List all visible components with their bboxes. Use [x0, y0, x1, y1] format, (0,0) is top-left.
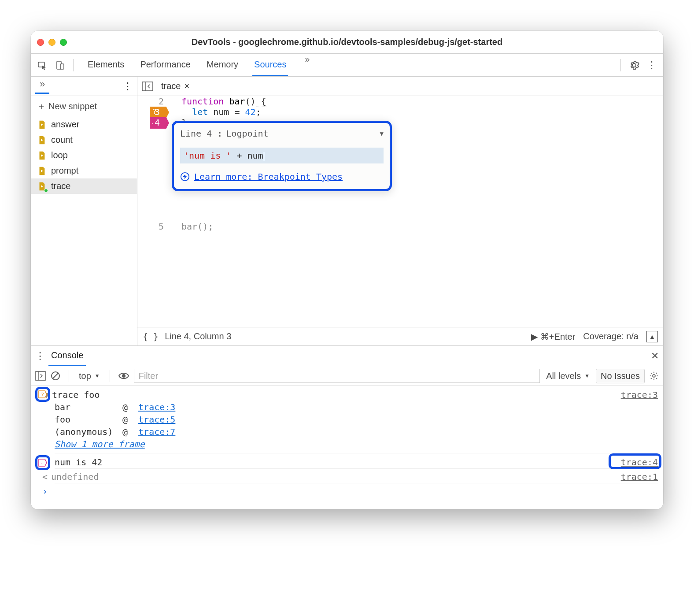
- stack-fn: foo: [55, 414, 112, 425]
- console-return-value: undefined: [51, 471, 99, 482]
- editor-pane: trace × 2function bar() { 3 let num = 42…: [137, 77, 663, 345]
- prompt-arrow-icon: ›: [42, 486, 51, 497]
- stack-link[interactable]: trace:3: [138, 402, 175, 412]
- stack-fn: (anonymous): [55, 427, 112, 437]
- console-settings-icon[interactable]: [649, 371, 659, 381]
- tab-performance[interactable]: Performance: [138, 54, 192, 76]
- svg-point-10: [122, 375, 125, 377]
- conditional-breakpoint-icon[interactable]: 3: [150, 107, 169, 118]
- svg-rect-6: [36, 371, 45, 380]
- sidebar-more-icon[interactable]: ⋮: [123, 81, 133, 92]
- live-expression-icon[interactable]: [118, 372, 129, 380]
- snippet-file-icon: [37, 182, 47, 191]
- return-arrow-icon: <: [42, 471, 51, 482]
- source-link[interactable]: trace:3: [621, 390, 658, 400]
- snippet-file-icon: [37, 166, 47, 176]
- editor-file-tab[interactable]: trace ×: [158, 79, 193, 93]
- line-number[interactable]: 5: [137, 221, 169, 232]
- scroll-to-top-icon[interactable]: ▲: [646, 331, 658, 342]
- minimize-window-button[interactable]: [48, 39, 55, 46]
- device-toggle-icon[interactable]: [52, 57, 68, 73]
- line-number[interactable]: 2: [137, 96, 169, 107]
- window-title: DevTools - googlechrome.github.io/devtoo…: [31, 37, 663, 47]
- coverage-label: Coverage: n/a: [583, 331, 639, 341]
- tabs-overflow-button[interactable]: »: [300, 54, 314, 76]
- clear-console-icon[interactable]: [50, 371, 61, 381]
- settings-gear-icon[interactable]: [626, 57, 642, 73]
- logpoint-popover: Line 4 : Logpoint ▼ 'num is ' + num Lear…: [172, 121, 392, 191]
- log-levels-dropdown[interactable]: All levels: [544, 371, 591, 381]
- filter-input[interactable]: Filter: [134, 369, 540, 383]
- console-sidebar-toggle-icon[interactable]: [35, 371, 46, 381]
- console-toolbar: top Filter All levels No Issues: [31, 366, 663, 386]
- navigator-toggle-icon[interactable]: [142, 82, 153, 91]
- snippet-item[interactable]: count: [31, 132, 137, 148]
- more-menu-icon[interactable]: ⋮: [644, 57, 660, 73]
- svg-text:?: ?: [41, 391, 44, 397]
- tab-memory[interactable]: Memory: [205, 54, 240, 76]
- popover-line-label: Line 4 :: [180, 128, 222, 139]
- svg-text:‥: ‥: [41, 460, 44, 465]
- modified-dot-icon: [44, 189, 48, 193]
- close-drawer-icon[interactable]: ✕: [651, 350, 659, 362]
- chevron-down-icon[interactable]: ▼: [380, 130, 384, 137]
- breakpoint-type-dropdown[interactable]: Logpoint: [226, 128, 268, 139]
- issues-button[interactable]: No Issues: [596, 369, 645, 383]
- run-snippet-button[interactable]: ▶ ⌘+Enter: [531, 331, 575, 342]
- source-link[interactable]: trace:1: [621, 471, 658, 482]
- plus-icon: ＋: [37, 100, 46, 112]
- stack-link[interactable]: trace:7: [138, 427, 175, 437]
- main-tabbar: Elements Performance Memory Sources » ⋮: [31, 54, 663, 77]
- console-message: trace foo: [52, 390, 100, 400]
- svg-rect-2: [60, 64, 64, 69]
- logpoint-breakpoint-icon[interactable]: 4: [150, 117, 169, 129]
- close-tab-icon[interactable]: ×: [184, 81, 189, 91]
- drawer-tabbar: ⋮ Console ✕: [31, 345, 663, 366]
- tab-sources[interactable]: Sources: [252, 54, 288, 76]
- stack-fn: bar: [55, 402, 112, 412]
- snippet-label: answer: [51, 119, 79, 130]
- zoom-window-button[interactable]: [60, 39, 67, 46]
- editor-statusbar: { } Line 4, Column 3 ▶ ⌘+Enter Coverage:…: [137, 327, 663, 345]
- code-editor[interactable]: 2function bar() { 3 let num = 42; 4} 5ba…: [137, 96, 663, 327]
- tab-elements[interactable]: Elements: [86, 54, 126, 76]
- close-window-button[interactable]: [37, 39, 44, 46]
- snippet-item[interactable]: loop: [31, 148, 137, 163]
- learn-more-link[interactable]: Learn more: Breakpoint Types: [194, 171, 343, 182]
- svg-point-11: [653, 375, 655, 377]
- logpoint-expression-input[interactable]: 'num is ' + num: [180, 148, 384, 163]
- snippet-label: loop: [51, 150, 68, 160]
- inspect-icon[interactable]: [34, 57, 50, 73]
- cursor-position: Line 4, Column 3: [165, 331, 231, 341]
- new-snippet-label: New snippet: [48, 101, 97, 111]
- drawer-more-icon[interactable]: ⋮: [35, 350, 45, 362]
- text-caret: [264, 152, 265, 161]
- console-output[interactable]: ? ▼ trace foo trace:3 bar@trace:3 foo@tr…: [31, 386, 663, 509]
- file-tab-label: trace: [161, 81, 181, 91]
- show-more-frames-link[interactable]: Show 1 more frame: [55, 439, 145, 449]
- snippet-item[interactable]: prompt: [31, 163, 137, 178]
- snippet-item[interactable]: answer: [31, 117, 137, 132]
- snippet-file-icon: [37, 135, 47, 145]
- console-message: num is 42: [55, 457, 102, 468]
- svg-line-9: [53, 373, 58, 379]
- line-number[interactable]: 4: [137, 117, 169, 128]
- tab-console[interactable]: Console: [48, 346, 86, 366]
- sidebar-pane: » ⋮ ＋ New snippet answer count loop prom…: [31, 77, 137, 345]
- source-link-callout: [609, 453, 661, 469]
- logpoint-badge-icon-callout: ‥: [35, 455, 50, 470]
- context-selector[interactable]: top: [77, 371, 102, 381]
- snippet-label: count: [51, 135, 73, 145]
- snippet-list: answer count loop prompt trace: [31, 117, 137, 194]
- snippet-item-selected[interactable]: trace: [31, 178, 137, 194]
- filter-placeholder: Filter: [139, 371, 158, 381]
- new-snippet-button[interactable]: ＋ New snippet: [31, 96, 137, 117]
- snippet-file-icon: [37, 151, 47, 160]
- pretty-print-button[interactable]: { }: [143, 331, 159, 342]
- console-prompt-input[interactable]: [51, 486, 658, 497]
- sidebar-tabs-overflow[interactable]: »: [35, 78, 49, 94]
- trace-badge-icon-callout: ?: [35, 387, 50, 402]
- stack-link[interactable]: trace:5: [138, 414, 175, 425]
- line-number[interactable]: 3: [137, 107, 169, 117]
- arrow-circle-icon: [180, 172, 190, 182]
